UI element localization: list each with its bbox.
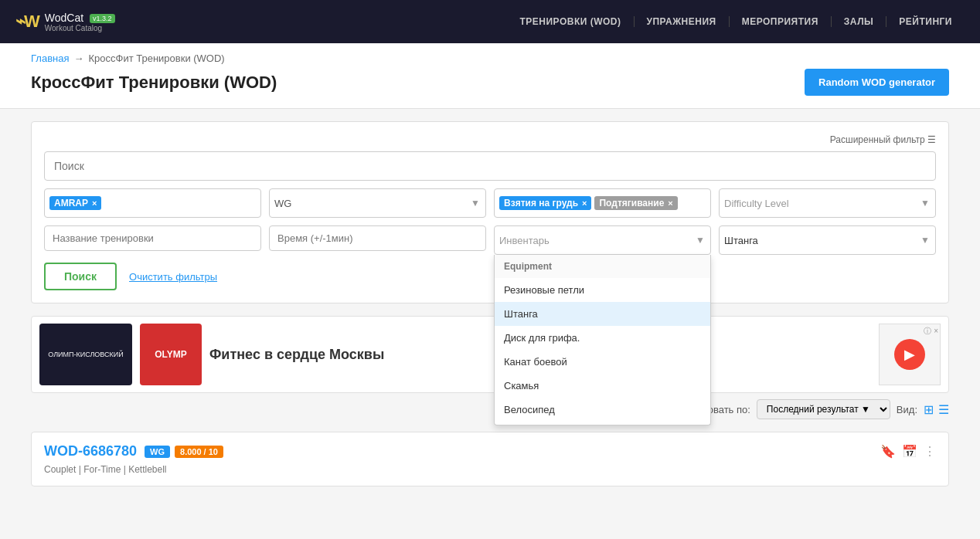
- workout-name-cell: [44, 225, 261, 255]
- exercise-tag1-remove[interactable]: ×: [582, 198, 587, 208]
- search-input[interactable]: [44, 151, 936, 181]
- grid-view-icon[interactable]: ⊞: [924, 402, 934, 417]
- selected-inventory-value: Штанга: [724, 235, 758, 246]
- inventory-dropdown-list: Equipment Резиновые петли Штанга Диск дл…: [495, 255, 710, 425]
- dropdown-item-3[interactable]: Канат боевой: [495, 350, 710, 374]
- wod-meta: Couplet | For-Time | Kettlebell: [44, 464, 936, 475]
- app-header: ⌁W WodCat v1.3.2 Workout Catalog ТРЕНИРО…: [0, 0, 980, 43]
- clear-filters-link[interactable]: Очистить фильтры: [129, 271, 217, 283]
- inventory-dropdown: Equipment Резиновые петли Штанга Диск дл…: [494, 255, 711, 425]
- list-view-icon[interactable]: ☰: [938, 402, 949, 417]
- difficulty-filter-cell: Difficulty Level ▼: [719, 188, 936, 218]
- nav-exercises[interactable]: УПРАЖНЕНИЯ: [635, 16, 730, 27]
- type-filter-cell: AMRAP ×: [44, 188, 261, 218]
- breadcrumb-arrow: →: [73, 53, 83, 64]
- main-content: Расширенный фильтр ☰ AMRAP × WG: [0, 109, 980, 499]
- page-header: Главная → КроссФит Тренировки (WOD) Крос…: [0, 43, 980, 109]
- filter-row-1: AMRAP × WG ▼ Взятия на грудь ×: [44, 188, 936, 218]
- logo-text: WodCat v1.3.2 Workout Catalog: [45, 12, 115, 32]
- sort-select[interactable]: Последний результат ▼: [757, 399, 890, 419]
- wod-card: WOD-6686780 WG 8.000 / 10 🔖 📅 ⋮ Couplet …: [31, 432, 949, 486]
- search-button[interactable]: Поиск: [44, 263, 117, 290]
- dropdown-group-header: Equipment: [495, 255, 710, 278]
- wod-score-tag: 8.000 / 10: [175, 446, 223, 458]
- view-icons: ⊞ ☰: [924, 402, 949, 417]
- ad-logo-2: OLYMP: [140, 324, 202, 385]
- amrap-tag: AMRAP ×: [49, 196, 101, 210]
- selected-inventory-filter[interactable]: Штанга: [719, 225, 936, 255]
- dropdown-item-1[interactable]: Штанга: [495, 302, 710, 326]
- logo-icon: ⌁W: [15, 12, 39, 32]
- wod-id-link[interactable]: WOD-6686780: [44, 443, 137, 459]
- version-badge: v1.3.2: [90, 14, 115, 23]
- dropdown-item-2[interactable]: Диск для грифа.: [495, 326, 710, 350]
- workout-name-input[interactable]: [44, 225, 261, 251]
- nav-halls[interactable]: ЗАЛЫ: [832, 16, 887, 27]
- dropdown-item-4[interactable]: Скамья: [495, 374, 710, 398]
- ad-close-button[interactable]: ⓘ ×: [924, 326, 938, 337]
- difficulty-filter[interactable]: Difficulty Level: [719, 188, 936, 218]
- breadcrumb: Главная → КроссФит Тренировки (WOD): [31, 53, 949, 64]
- search-row: [44, 151, 936, 181]
- sort-area: Сортировать по: Последний результат ▼ Ви…: [674, 399, 949, 419]
- ad-logo-1: ОЛИМП-КИСЛОВСКИЙ: [39, 324, 132, 385]
- dropdown-item-5[interactable]: Велосипед: [495, 398, 710, 422]
- wg-filter[interactable]: WG: [269, 188, 486, 218]
- filter-row-2: Инвентарь ▼ Equipment Резиновые петли Шт…: [44, 225, 936, 255]
- time-input[interactable]: [269, 225, 486, 251]
- logo: ⌁W WodCat v1.3.2 Workout Catalog: [15, 12, 115, 32]
- breadcrumb-current: КроссФит Тренировки (WOD): [88, 53, 224, 64]
- wod-actions: 🔖 📅 ⋮: [880, 444, 936, 459]
- app-subtitle: Workout Catalog: [45, 24, 115, 32]
- wg-filter-cell: WG ▼: [269, 188, 486, 218]
- app-name: WodCat v1.3.2: [45, 12, 115, 24]
- page-title-row: КроссФит Тренировки (WOD) Random WOD gen…: [31, 69, 949, 96]
- more-icon[interactable]: ⋮: [924, 444, 936, 459]
- inventory-filter[interactable]: Инвентарь: [494, 225, 711, 255]
- time-filter-cell: [269, 225, 486, 255]
- action-row: Поиск Очистить фильтры: [44, 263, 936, 290]
- random-wod-button[interactable]: Random WOD generator: [805, 69, 949, 96]
- selected-inventory-cell: Штанга ▼: [719, 225, 936, 255]
- wod-tags: WG 8.000 / 10: [145, 446, 223, 458]
- calendar-icon[interactable]: 📅: [902, 444, 917, 459]
- breadcrumb-home[interactable]: Главная: [31, 53, 69, 64]
- exercise-tag2-remove[interactable]: ×: [668, 198, 672, 208]
- exercise-filter-cell: Взятия на грудь × Подтягивание ×: [494, 188, 711, 218]
- amrap-tag-remove[interactable]: ×: [92, 198, 97, 208]
- ad-banner: ОЛИМП-КИСЛОВСКИЙ OLYMP Фитнес в сердце М…: [31, 316, 949, 393]
- nav-ratings[interactable]: РЕЙТИНГИ: [886, 16, 965, 27]
- advanced-filter-link[interactable]: Расширенный фильтр ☰: [44, 134, 936, 145]
- difficulty-label: Difficulty Level: [724, 198, 789, 209]
- nav-workouts[interactable]: ТРЕНИРОВКИ (WOD): [507, 16, 634, 27]
- exercise-tag-2: Подтягивание ×: [594, 196, 677, 210]
- exercise-filter[interactable]: Взятия на грудь × Подтягивание ×: [494, 188, 711, 218]
- bookmark-icon[interactable]: 🔖: [880, 444, 896, 459]
- dropdown-item-0[interactable]: Резиновые петли: [495, 278, 710, 302]
- view-label: Вид:: [897, 404, 917, 415]
- nav-events[interactable]: МЕРОПРИЯТИЯ: [730, 16, 832, 27]
- filter-section: Расширенный фильтр ☰ AMRAP × WG: [31, 121, 949, 303]
- ad-right: ⓘ × ▶: [879, 324, 941, 385]
- page-title: КроссФит Тренировки (WOD): [31, 73, 277, 93]
- main-nav: ТРЕНИРОВКИ (WOD) УПРАЖНЕНИЯ МЕРОПРИЯТИЯ …: [507, 16, 965, 27]
- ad-play-button[interactable]: ▶: [894, 339, 925, 370]
- dropdown-item-6[interactable]: Ящик для прыжков: [495, 422, 710, 425]
- inventory-placeholder: Инвентарь: [499, 235, 550, 246]
- type-filter[interactable]: AMRAP ×: [44, 188, 261, 218]
- exercise-tag-1: Взятия на грудь ×: [499, 196, 591, 210]
- results-header: Сортировать по: Последний результат ▼ Ви…: [31, 393, 949, 425]
- wod-type-tag: WG: [145, 446, 170, 458]
- wod-card-header: WOD-6686780 WG 8.000 / 10 🔖 📅 ⋮: [44, 443, 936, 459]
- inventory-filter-cell: Инвентарь ▼ Equipment Резиновые петли Шт…: [494, 225, 711, 255]
